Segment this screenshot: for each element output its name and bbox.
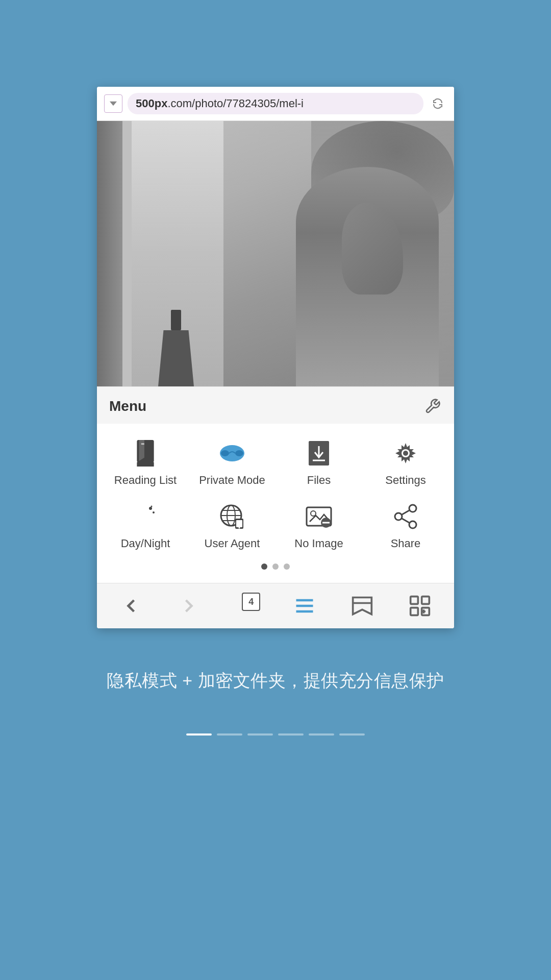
globe-phone-icon bbox=[218, 502, 246, 531]
share-icon bbox=[391, 502, 420, 531]
tab-count-text: 4 bbox=[248, 597, 254, 607]
files-icon bbox=[305, 439, 333, 468]
url-input[interactable]: 500px.com/photo/77824305/mel-i bbox=[128, 93, 423, 114]
mask-icon bbox=[218, 439, 246, 468]
tabs-button[interactable]: 4 bbox=[229, 591, 264, 621]
page-indicator bbox=[186, 733, 365, 736]
url-path: .com/photo/77824305/mel-i bbox=[167, 97, 304, 110]
tab-dropdown-button[interactable] bbox=[104, 94, 122, 113]
url-domain: 500px bbox=[136, 97, 167, 110]
dash-1[interactable] bbox=[186, 733, 212, 736]
extensions-button[interactable] bbox=[402, 591, 438, 621]
dot-3[interactable] bbox=[284, 564, 290, 570]
caption-text: 隐私模式 + 加密文件夹，提供充分信息保护 bbox=[66, 669, 485, 693]
menu-item-no-image[interactable]: No Image bbox=[283, 502, 355, 550]
svg-point-31 bbox=[409, 521, 416, 528]
dash-6[interactable] bbox=[339, 733, 365, 736]
forward-button[interactable] bbox=[171, 591, 207, 621]
svg-rect-40 bbox=[411, 608, 418, 616]
page-screenshot bbox=[97, 121, 454, 386]
svg-line-32 bbox=[402, 510, 409, 514]
menu-row-1: Reading List Private Mode bbox=[97, 434, 454, 497]
menu-grid: Reading List Private Mode bbox=[97, 424, 454, 583]
menu-item-day-night[interactable]: Day/Night bbox=[110, 502, 181, 550]
menu-label-share: Share bbox=[391, 537, 421, 550]
menu-item-reading-list[interactable]: Reading List bbox=[110, 439, 181, 487]
gear-icon bbox=[391, 439, 420, 468]
menu-label-no-image: No Image bbox=[294, 537, 343, 550]
caption-label: 隐私模式 + 加密文件夹，提供充分信息保护 bbox=[107, 671, 444, 690]
svg-point-14 bbox=[149, 507, 152, 510]
menu-label-files: Files bbox=[307, 474, 331, 487]
svg-point-26 bbox=[311, 511, 316, 516]
url-bar: 500px.com/photo/77824305/mel-i bbox=[97, 87, 454, 121]
tab-count-badge: 4 bbox=[242, 593, 260, 611]
browser-window: 500px.com/photo/77824305/mel-i bbox=[97, 87, 454, 628]
svg-point-5 bbox=[221, 450, 229, 456]
settings-wrench-button[interactable] bbox=[423, 397, 442, 415]
svg-line-33 bbox=[402, 519, 409, 523]
dash-4[interactable] bbox=[278, 733, 304, 736]
dot-1[interactable] bbox=[261, 564, 267, 570]
menu-label-settings: Settings bbox=[385, 474, 426, 487]
svg-point-30 bbox=[395, 513, 402, 520]
svg-rect-38 bbox=[411, 597, 418, 604]
svg-point-24 bbox=[239, 527, 240, 529]
dash-5[interactable] bbox=[309, 733, 334, 736]
bottom-nav: 4 bbox=[97, 583, 454, 628]
page-dots bbox=[97, 560, 454, 578]
svg-rect-23 bbox=[236, 520, 242, 527]
svg-point-16 bbox=[151, 506, 153, 507]
moon-icon bbox=[131, 502, 160, 531]
menu-item-user-agent[interactable]: User Agent bbox=[196, 502, 268, 550]
menu-label-day-night: Day/Night bbox=[121, 537, 170, 550]
menu-item-files[interactable]: Files bbox=[283, 439, 355, 487]
menu-item-settings[interactable]: Settings bbox=[370, 439, 441, 487]
menu-label-private-mode: Private Mode bbox=[199, 474, 265, 487]
reload-button[interactable] bbox=[429, 94, 447, 113]
dash-2[interactable] bbox=[217, 733, 242, 736]
svg-point-13 bbox=[403, 451, 408, 456]
no-image-icon bbox=[305, 502, 333, 531]
menu-label-user-agent: User Agent bbox=[205, 537, 260, 550]
menu-item-private-mode[interactable]: Private Mode bbox=[196, 439, 268, 487]
menu-row-2: Day/Night User Agent bbox=[97, 497, 454, 560]
svg-rect-39 bbox=[422, 597, 430, 604]
bookmarks-button[interactable] bbox=[344, 591, 380, 621]
menu-item-share[interactable]: Share bbox=[370, 502, 441, 550]
svg-rect-3 bbox=[141, 443, 144, 445]
menu-label-reading-list: Reading List bbox=[114, 474, 177, 487]
menu-title: Menu bbox=[109, 398, 146, 414]
svg-point-29 bbox=[409, 505, 416, 512]
url-text: 500px.com/photo/77824305/mel-i bbox=[136, 97, 304, 110]
bookmark-icon bbox=[131, 439, 160, 468]
back-button[interactable] bbox=[113, 591, 149, 621]
dash-3[interactable] bbox=[247, 733, 273, 736]
svg-point-6 bbox=[235, 450, 243, 456]
svg-point-15 bbox=[153, 511, 155, 513]
menu-header: Menu bbox=[97, 386, 454, 424]
menu-list-button[interactable] bbox=[287, 591, 322, 621]
dot-2[interactable] bbox=[272, 564, 279, 570]
